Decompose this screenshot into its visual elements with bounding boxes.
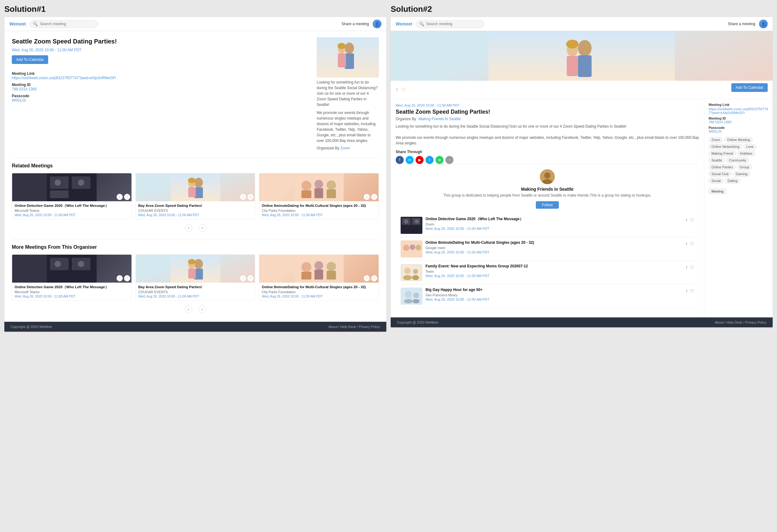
search-box-s2[interactable]: 🔍	[416, 20, 484, 28]
s2-sidebar-passcode: W0GLIS	[708, 130, 768, 133]
s2-add-cal-button[interactable]: Add To Calendar	[731, 83, 768, 92]
s2-tag-group[interactable]: Group	[737, 164, 752, 170]
s2-list-actions-2: ↑ ♡	[685, 264, 694, 270]
s1-card0-share[interactable]: ↑	[117, 194, 123, 200]
s2-follow-button[interactable]: Follow	[536, 201, 559, 209]
s2-list-title-3: Big Gay Happy Hour for age 50+	[426, 288, 682, 292]
s1-more-prev[interactable]: ‹	[185, 305, 192, 313]
svg-point-1	[345, 42, 354, 54]
s1-more-card-1[interactable]: ↑ ♡ Bay Area Zoom Speed Dating Parties! …	[135, 254, 255, 301]
s2-list-fav-2[interactable]: ♡	[690, 265, 694, 270]
s2-list-date-0: Wed, Aug 26, 2020 10:00 - 11:00 AM PDT	[426, 227, 682, 231]
s2-tags-row-3: Seattle Community	[708, 157, 768, 163]
share-facebook-icon[interactable]: f	[396, 156, 404, 164]
svg-rect-41	[315, 270, 323, 279]
s2-org-link[interactable]: Making Friends In Seattle	[418, 117, 461, 121]
solution2-heading: Solution#2	[391, 4, 773, 14]
s1-add-cal-button[interactable]: Add To Calendar	[12, 55, 48, 64]
s1-more-card-0[interactable]: ↑ ♡ Online Detective Game 2020（Who Left …	[12, 254, 132, 301]
s2-list-item-3[interactable]: Big Gay Happy Hour for age 50+ San Franc…	[401, 284, 694, 308]
s2-tag-social-club[interactable]: Social Club	[708, 171, 732, 177]
s2-list-item-0[interactable]: Online Detective Game 2020（Who Left The …	[401, 214, 694, 237]
s2-list-info-3: Big Gay Happy Hour for age 50+ San Franc…	[426, 288, 682, 301]
avatar-s1: 👤	[373, 20, 381, 28]
svg-point-68	[413, 292, 419, 298]
s2-tag-social[interactable]: Social	[708, 178, 724, 183]
s2-event-date: Wed, Aug 26, 2020 10:00 - 11:00 AM PDT	[396, 103, 699, 107]
s2-list-fav-0[interactable]: ♡	[690, 218, 694, 223]
s2-main: Wed, Aug 26, 2020 10:00 - 11:00 AM PDT S…	[391, 99, 773, 317]
svg-rect-22	[302, 190, 311, 198]
s2-footer-links[interactable]: About / Help Desk / Privacy Policy	[715, 320, 766, 324]
s2-event-desc: Looking for something fun to do during t…	[396, 124, 699, 146]
s2-tag-hobbies[interactable]: Hobbies	[737, 151, 755, 156]
s2-list-share-1[interactable]: ↑	[685, 241, 688, 247]
share-link-s2[interactable]: Share a meeting	[728, 22, 755, 26]
share-action-icon[interactable]: ↑	[396, 87, 398, 93]
svg-point-19	[302, 181, 311, 191]
s1-more-card-2[interactable]: ↑ ♡ Online 8minuteDating for Multi-Cultu…	[259, 254, 379, 301]
share-messenger-icon[interactable]: m	[406, 156, 414, 164]
s2-list-share-3[interactable]: ↑	[685, 288, 688, 294]
s1-more-next[interactable]: ›	[199, 305, 206, 313]
s2-tag-gaming[interactable]: Gaming	[733, 171, 751, 177]
s2-tag-dating[interactable]: Dating	[725, 178, 740, 183]
share-more-icon[interactable]: ⋯	[445, 156, 453, 164]
s1-related-card-2[interactable]: ↑ ♡ Online 8minuteDating for Multi-Cultu…	[259, 173, 379, 219]
svg-point-63	[413, 269, 418, 274]
s1-related-next[interactable]: ›	[199, 224, 206, 232]
s1-card1-fav[interactable]: ♡	[247, 194, 254, 200]
nav-brand-s2[interactable]: Wemeet	[396, 21, 412, 26]
s2-sidebar-meeting-link[interactable]: https://us04web.zoom.us/j/83237507747?pw…	[708, 107, 768, 115]
share-youtube-icon[interactable]: ▶	[416, 156, 424, 164]
share-twitter-icon[interactable]: t	[426, 156, 434, 164]
heart-action-icon[interactable]: ♡	[401, 87, 406, 93]
s2-list-date-2: Wed, Aug 26, 2020 10:00 - 11:00 AM PDT	[426, 274, 682, 278]
s2-list-item-2[interactable]: Family Event: New and Expecting Moms Gro…	[401, 261, 694, 284]
search-input-s1[interactable]	[40, 22, 95, 26]
share-whatsapp-icon[interactable]: w	[435, 156, 444, 164]
s1-related-card-0[interactable]: ↑ ♡ Online Detective Game 2020（Who Left …	[12, 173, 132, 219]
s1-more1-share[interactable]: ↑	[240, 275, 246, 281]
s2-tag-zoom[interactable]: Zoom	[708, 137, 723, 143]
s1-card2-fav[interactable]: ♡	[371, 194, 377, 200]
s1-more0-share[interactable]: ↑	[117, 275, 123, 281]
svg-rect-40	[302, 272, 311, 279]
s2-list-fav-3[interactable]: ♡	[690, 288, 694, 294]
s2-list-share-2[interactable]: ↑	[685, 265, 688, 270]
s2-tag-online-parties[interactable]: Online Parties	[708, 164, 736, 170]
s2-list-party-art	[401, 240, 422, 257]
search-box-s1[interactable]: 🔍	[29, 20, 98, 28]
s2-list-game-art	[401, 217, 422, 234]
s2-tag-making-friend[interactable]: Making Friend	[708, 151, 736, 156]
s2-tag-seattle[interactable]: Seattle	[708, 157, 725, 163]
s2-list-share-0[interactable]: ↑	[685, 218, 688, 223]
s2-list-thumb-1	[401, 240, 422, 257]
s1-card2-org: City Parks Foundation	[262, 209, 376, 213]
share-link-s1[interactable]: Share a meeting	[342, 22, 369, 26]
nav-brand-s1[interactable]: Wemeet	[9, 21, 26, 26]
search-input-s2[interactable]	[426, 22, 481, 26]
s2-tag-online-networking[interactable]: Online Networking	[708, 144, 742, 149]
s2-tag-love[interactable]: Love	[744, 144, 757, 149]
s1-card2-share[interactable]: ↑	[364, 194, 370, 200]
s1-card0-fav[interactable]: ♡	[124, 194, 130, 200]
s1-meeting-link[interactable]: https://us04web.zoom.us/j/83237507747?pw…	[12, 76, 311, 80]
s2-list-item-1[interactable]: Online 8minuteDating for Multi-Cultural …	[401, 237, 694, 261]
s1-organizer-link[interactable]: Zoom	[340, 146, 350, 150]
s2-left-panel: Wed, Aug 26, 2020 10:00 - 11:00 AM PDT S…	[391, 99, 704, 317]
s2-list-fav-1[interactable]: ♡	[690, 241, 694, 247]
s1-more0-fav[interactable]: ♡	[124, 275, 130, 281]
search-icon-s2: 🔍	[419, 22, 424, 26]
s1-footer-links[interactable]: About / Help Desk / Privacy Policy	[329, 325, 380, 328]
s1-more1-fav[interactable]: ♡	[247, 275, 254, 281]
s1-related-prev[interactable]: ‹	[185, 224, 192, 232]
s2-list-platform-0: Zoom	[426, 222, 682, 226]
s1-card1-share[interactable]: ↑	[240, 194, 246, 200]
s1-more2-share[interactable]: ↑	[364, 275, 370, 281]
s1-meeting-link-label: Meeting Link	[12, 72, 311, 76]
s2-tag-community[interactable]: Community	[726, 157, 749, 163]
s1-more2-fav[interactable]: ♡	[371, 275, 377, 281]
s2-tag-online-meeting[interactable]: Online Meeting	[724, 137, 753, 143]
s1-related-card-1[interactable]: ↑ ♡ Bay Area Zoom Speed Dating Parties! …	[135, 173, 255, 219]
